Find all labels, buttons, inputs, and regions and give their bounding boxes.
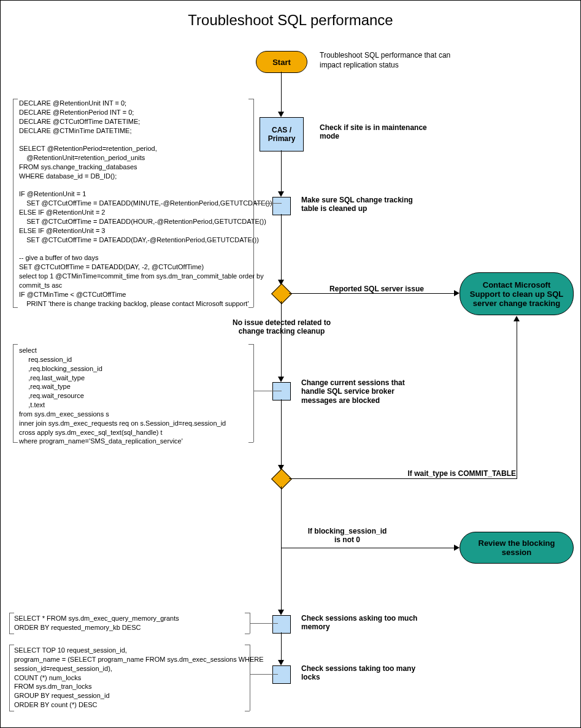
diagram-frame: Troubleshoot SQL performance Start Troub…: [0, 0, 581, 728]
review-blocking-node: Review the blocking session: [460, 532, 574, 564]
decision-2: [271, 469, 292, 489]
arrowhead-icon: [278, 610, 284, 615]
edge: [281, 150, 282, 192]
decision-1: [271, 283, 292, 304]
d1-down-label: No issue detected related to change trac…: [223, 318, 340, 336]
edge: [281, 72, 282, 112]
arrowhead-icon: [454, 290, 460, 296]
arrowhead-icon: [278, 191, 284, 197]
bracket-3: [9, 613, 255, 634]
start-label: Start: [272, 58, 291, 67]
d1-right-label: Reported SQL server issue: [318, 285, 435, 293]
check-memory-note: Check sessions asking too much memory: [301, 614, 424, 632]
arrowhead-icon: [278, 112, 284, 117]
d2-right-label: If wait_type is COMMIT_TABLE: [375, 469, 516, 478]
start-note: Troubleshoot SQL performance that can im…: [320, 51, 455, 70]
check-locks-note: Check sessions taking too many locks: [301, 664, 424, 682]
arrowhead-icon: [278, 660, 284, 665]
edge: [281, 548, 455, 548]
edge: [289, 478, 517, 479]
change-tracking-node: [272, 197, 291, 215]
edge: [281, 632, 282, 661]
check-locks-node: [272, 665, 291, 684]
arrowhead-icon: [278, 377, 284, 382]
edge: [517, 321, 517, 479]
change-tracking-note: Make sure SQL change tracking table is c…: [301, 196, 418, 213]
bracket-1: [13, 99, 258, 307]
edge: [281, 548, 282, 610]
sessions-blocked-note: Change current sessions that handle SQL …: [301, 378, 424, 405]
edge: [281, 399, 282, 466]
arrowhead-icon: [454, 545, 460, 551]
edge: [281, 486, 282, 548]
diagram-title: Troubleshoot SQL performance: [1, 12, 580, 29]
edge: [281, 214, 282, 280]
contact-support-node: Contact Microsoft Support to clean up SQ…: [460, 272, 574, 315]
d2-down-label: If blocking_session_id is not 0: [295, 527, 399, 545]
bracket-4: [9, 645, 255, 711]
cas-primary-note: Check if site is in maintenance mode: [320, 123, 430, 141]
check-memory-node: [272, 615, 291, 634]
sessions-blocked-node: [272, 382, 291, 400]
edge: [281, 301, 282, 377]
arrowhead-icon: [514, 316, 520, 321]
bracket-2: [13, 344, 258, 442]
start-node: Start: [256, 51, 307, 73]
